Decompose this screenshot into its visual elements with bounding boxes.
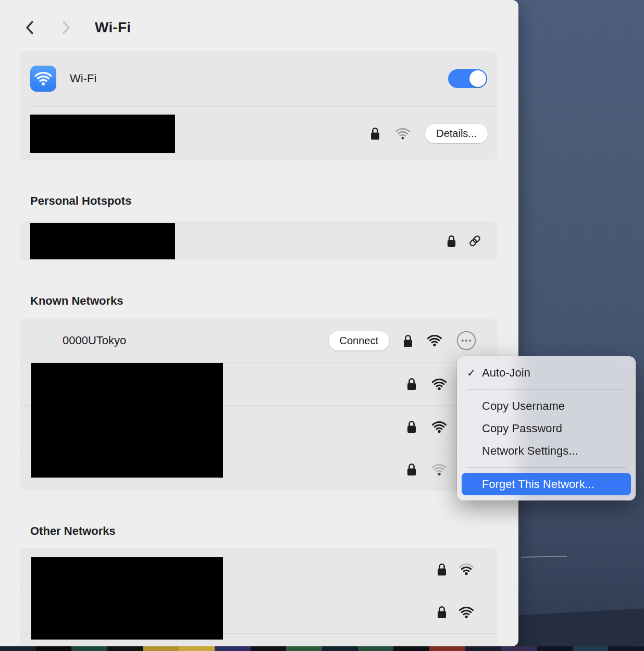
details-button[interactable]: Details... <box>425 124 488 143</box>
lock-icon <box>406 377 417 391</box>
wallpaper-dark-band <box>511 609 644 651</box>
known-networks-card: 0000UTokyo Connect <box>20 319 498 491</box>
back-button[interactable] <box>22 19 38 36</box>
page-title: Wi-Fi <box>95 19 131 36</box>
lock-icon <box>406 462 417 477</box>
checkmark-icon: ✓ <box>467 367 482 379</box>
wifi-settings-panel: Wi-Fi Wi-Fi <box>0 0 518 646</box>
redacted-network-names <box>31 557 223 640</box>
wifi-label: Wi-Fi <box>70 72 96 85</box>
known-network-row-utokyo[interactable]: 0000UTokyo Connect <box>20 319 498 362</box>
redacted-network-name <box>30 115 175 153</box>
wifi-toggle-card: Wi-Fi Details... <box>20 51 498 160</box>
wifi-signal-icon <box>431 378 447 391</box>
connected-row-controls: Details... <box>370 124 488 143</box>
header: Wi-Fi <box>0 0 518 40</box>
known-networks-heading: Known Networks <box>30 294 518 308</box>
other-networks-card <box>20 548 498 646</box>
menu-item-copy-password[interactable]: Copy Password <box>462 417 631 440</box>
menu-separator <box>467 467 626 468</box>
wifi-signal-icon <box>431 464 447 476</box>
lock-icon <box>403 334 413 348</box>
network-name: 0000UTokyo <box>63 334 126 347</box>
chevron-left-icon <box>24 20 35 35</box>
redacted-network-names <box>31 363 223 478</box>
lock-icon <box>406 420 417 434</box>
other-networks-heading: Other Networks <box>30 524 518 539</box>
menu-item-label: Copy Password <box>482 422 562 435</box>
wifi-signal-icon <box>459 606 474 619</box>
menu-item-label: Forget This Network... <box>482 478 595 491</box>
hotspot-row-icons <box>447 234 482 248</box>
toggle-knob <box>469 70 486 87</box>
menu-item-label: Copy Username <box>482 399 565 413</box>
network-row-controls: Connect <box>329 330 477 351</box>
lock-icon <box>447 234 456 248</box>
lock-icon <box>370 127 380 141</box>
wifi-signal-icon <box>395 128 411 140</box>
forward-button[interactable] <box>58 19 74 36</box>
menu-separator <box>467 389 626 390</box>
wifi-signal-icon <box>459 563 474 575</box>
wifi-toggle-row: Wi-Fi <box>20 51 498 106</box>
more-options-button[interactable] <box>456 330 477 351</box>
wifi-app-icon <box>30 66 56 92</box>
connected-network-row[interactable]: Details... <box>20 107 498 160</box>
link-icon <box>468 234 482 248</box>
connect-button[interactable]: Connect <box>329 331 390 350</box>
menu-item-label: Network Settings... <box>482 444 578 458</box>
wifi-signal-icon <box>427 334 442 347</box>
wallpaper-scratch-line <box>521 556 567 558</box>
lock-icon <box>437 562 447 577</box>
wifi-toggle[interactable] <box>448 69 487 88</box>
personal-hotspot-row[interactable] <box>20 221 498 260</box>
wifi-signal-icon <box>431 421 447 433</box>
menu-item-network-settings[interactable]: Network Settings... <box>462 440 631 462</box>
menu-item-label: Auto-Join <box>482 366 530 380</box>
menu-item-copy-username[interactable]: Copy Username <box>462 395 631 417</box>
lock-icon <box>437 605 447 619</box>
personal-hotspots-heading: Personal Hotspots <box>30 194 518 208</box>
dock-strip <box>0 646 644 651</box>
network-context-menu: ✓ Auto-Join Copy Username Copy Password … <box>457 356 636 500</box>
redacted-hotspot-name <box>30 223 175 259</box>
chevron-right-icon <box>60 20 72 35</box>
menu-item-forget-this-network[interactable]: Forget This Network... <box>462 473 631 495</box>
menu-item-auto-join[interactable]: ✓ Auto-Join <box>462 361 631 384</box>
